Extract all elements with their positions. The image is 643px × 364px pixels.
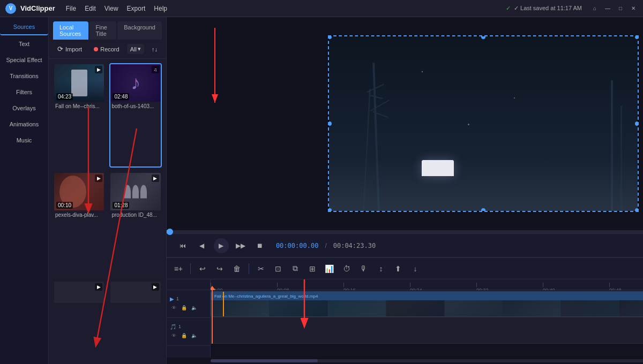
titlebar: V VidClipper File Edit View Export Help … — [0, 0, 643, 17]
menu-view[interactable]: View — [104, 5, 118, 12]
prev-frame-button[interactable]: ⏮ — [175, 238, 190, 253]
tts-button[interactable]: ↕ — [373, 261, 388, 276]
video-clip[interactable]: Fall on Me--christina_aguilera_a_great_b… — [211, 291, 643, 317]
scrubber-thumb[interactable] — [167, 229, 173, 235]
sidebar-item-overlays[interactable]: Overlays — [0, 101, 48, 116]
scrollbar-thumb[interactable] — [211, 359, 318, 362]
audio-vol-icon[interactable]: 🔈 — [190, 331, 199, 340]
tab-local-sources[interactable]: Local Sources — [53, 21, 88, 40]
split-button[interactable]: ✂ — [253, 261, 268, 276]
save-status: ✓ ✓ Last saved at 11:17 AM — [506, 5, 582, 12]
handle-br[interactable] — [635, 208, 639, 212]
track-audio-icon[interactable]: 🔈 — [190, 304, 199, 312]
rewind-button[interactable]: ◀ — [195, 238, 210, 253]
sidebar-item-music[interactable]: Music — [0, 133, 48, 148]
media-thumb-2: ♪ 02:48 ♫ — [110, 64, 160, 102]
sort-button[interactable]: ↑↓ — [147, 44, 162, 55]
detach-button[interactable]: ⬆ — [391, 261, 406, 276]
thumb-frame-1 — [211, 300, 270, 316]
audio-eye-icon[interactable]: 👁 — [170, 331, 178, 340]
sidebar-item-special-effect[interactable]: Special Effect — [0, 52, 48, 67]
all-label: All — [130, 46, 137, 52]
more-button[interactable]: ↓ — [408, 261, 423, 276]
sidebar-item-animations[interactable]: Animations — [0, 117, 48, 132]
tab-background[interactable]: Background — [117, 21, 162, 40]
add-track-button[interactable]: ≡+ — [171, 261, 186, 276]
record-button[interactable]: Record — [89, 44, 123, 55]
media-thumb-3: 00:10 ▶ — [54, 173, 104, 210]
copy-button[interactable]: ⧉ — [288, 261, 303, 276]
piano-object — [422, 160, 454, 176]
thumb-frame-2 — [270, 300, 328, 316]
home-btn[interactable]: ⌂ — [590, 4, 599, 13]
sidebar-label-filters: Filters — [16, 89, 32, 95]
window-controls: ⌂ — □ ✕ — [590, 4, 638, 13]
media-duration-4: 01:28 — [113, 202, 129, 209]
maximize-btn[interactable]: □ — [616, 4, 625, 13]
media-item-4[interactable]: 01:28 ▶ production ID_48... — [109, 172, 161, 276]
media-thumb-6: ▶ — [110, 282, 160, 303]
handle-bl[interactable] — [328, 208, 332, 212]
handle-bm[interactable] — [481, 208, 485, 212]
sidebar-item-filters[interactable]: Filters — [0, 85, 48, 100]
minimize-btn[interactable]: — — [603, 4, 612, 13]
track-lock-icon[interactable]: 🔒 — [180, 304, 189, 312]
track-eye-icon[interactable]: 👁 — [170, 304, 178, 312]
video-type-icon-5: ▶ — [95, 283, 102, 291]
all-filter-select[interactable]: All ▾ — [127, 44, 144, 54]
time-total: 00:04:23.30 — [333, 242, 376, 249]
sidebar-item-text[interactable]: Text — [0, 36, 48, 51]
media-item-2[interactable]: ♪ 02:48 ♫ both-of-us-1403... — [109, 63, 161, 168]
thumb-frame-4 — [386, 300, 445, 316]
thumb-frame-7 — [561, 300, 619, 316]
scrubber-bar[interactable] — [167, 230, 643, 233]
scrollbar-track[interactable] — [211, 359, 643, 362]
sources-toolbar: ⟳ Import Record All ▾ ↑↓ — [49, 40, 166, 59]
sources-panel: Local Sources Fine Title Background ⟳ Im… — [49, 17, 167, 364]
timeline-area: ≡+ ↩ ↪ 🗑 ✂ ⊡ ⧉ ⊞ 📊 ⏱ 🎙 ↕ ⬆ ↓ ↑ Export — [167, 257, 643, 364]
thumb-frame-6 — [503, 300, 561, 316]
media-name-4: production ID_48... — [110, 210, 160, 219]
stop-button[interactable]: ⏹ — [252, 238, 267, 253]
sidebar-item-transitions[interactable]: Transitions — [0, 69, 48, 84]
media-item-3[interactable]: 00:10 ▶ pexels-diva-plav... — [53, 172, 105, 276]
scrollbar-container[interactable] — [211, 358, 643, 364]
video-type-icon-6: ▶ — [152, 283, 159, 291]
sidebar-item-sources[interactable]: Sources — [0, 19, 48, 35]
fast-forward-button[interactable]: ▶▶ — [233, 238, 248, 253]
media-item-6[interactable]: ▶ — [109, 280, 161, 360]
chart-button[interactable]: 📊 — [322, 261, 337, 276]
paste-button[interactable]: ⊞ — [305, 261, 320, 276]
track-header-content: ▶ 1 👁 🔒 🔈 — [170, 296, 207, 312]
handle-tr[interactable] — [635, 35, 639, 39]
close-btn[interactable]: ✕ — [629, 4, 638, 13]
video-preview — [167, 17, 643, 230]
menu-export[interactable]: Export — [127, 5, 146, 12]
crop-button[interactable]: ⊡ — [271, 261, 286, 276]
handle-mr[interactable] — [635, 122, 639, 126]
media-thumb-5: ▶ — [54, 282, 104, 303]
timer-button[interactable]: ⏱ — [339, 261, 354, 276]
media-item-1[interactable]: 04:23 ▶ Fall on Me--chris... — [53, 63, 105, 168]
audio-track-icon: 🎵 — [170, 324, 176, 330]
menu-edit[interactable]: Edit — [85, 5, 96, 12]
import-button[interactable]: ⟳ Import — [53, 43, 86, 55]
sidebar-label-animations: Animations — [10, 121, 39, 127]
tab-fine-title[interactable]: Fine Title — [89, 21, 117, 40]
music-type-icon-2: ♫ — [152, 66, 159, 73]
media-duration-3: 00:10 — [56, 202, 73, 209]
thumb-frame-5 — [445, 300, 503, 316]
redo-button[interactable]: ↪ — [212, 261, 227, 276]
undo-button[interactable]: ↩ — [195, 261, 210, 276]
timeline-main[interactable]: 00:00 00:08 00:16 — [211, 279, 643, 358]
menu-file[interactable]: File — [66, 5, 76, 12]
audio-lock-icon[interactable]: 🔒 — [180, 331, 189, 340]
media-item-5[interactable]: ▶ — [53, 280, 105, 360]
mic-button[interactable]: 🎙 — [356, 261, 371, 276]
menu-help[interactable]: Help — [154, 5, 167, 12]
play-button[interactable]: ▶ — [214, 238, 229, 253]
delete-button[interactable]: 🗑 — [229, 261, 244, 276]
video-type-icon-4: ▶ — [152, 175, 159, 182]
video-frame — [328, 35, 639, 212]
clip-playhead-marker — [223, 292, 224, 316]
